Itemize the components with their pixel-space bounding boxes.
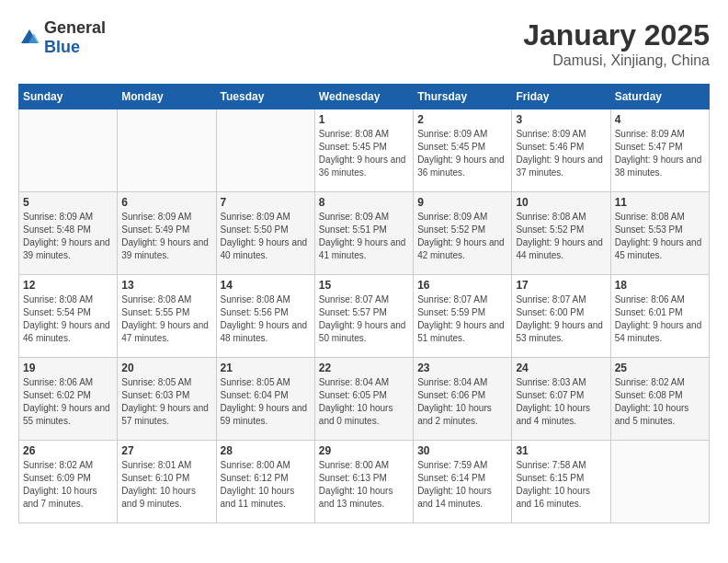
day-info: Sunrise: 8:06 AM Sunset: 6:01 PM Dayligh… xyxy=(615,293,705,345)
calendar-cell: 18Sunrise: 8:06 AM Sunset: 6:01 PM Dayli… xyxy=(610,275,709,358)
calendar-cell: 7Sunrise: 8:09 AM Sunset: 5:50 PM Daylig… xyxy=(216,192,314,275)
calendar-cell: 28Sunrise: 8:00 AM Sunset: 6:12 PM Dayli… xyxy=(216,441,314,523)
calendar-cell: 31Sunrise: 7:58 AM Sunset: 6:15 PM Dayli… xyxy=(512,441,610,523)
day-number: 5 xyxy=(23,196,113,209)
calendar-cell: 26Sunrise: 8:02 AM Sunset: 6:09 PM Dayli… xyxy=(19,441,118,523)
logo-icon xyxy=(18,27,40,49)
calendar-cell: 10Sunrise: 8:08 AM Sunset: 5:52 PM Dayli… xyxy=(512,192,610,275)
calendar-cell xyxy=(610,441,709,523)
calendar-cell xyxy=(19,109,118,192)
day-number: 30 xyxy=(417,444,507,457)
day-number: 13 xyxy=(121,279,211,292)
day-number: 3 xyxy=(516,113,606,126)
calendar-cell: 23Sunrise: 8:04 AM Sunset: 6:06 PM Dayli… xyxy=(414,358,512,441)
day-info: Sunrise: 8:04 AM Sunset: 6:06 PM Dayligh… xyxy=(417,376,507,428)
calendar-cell: 20Sunrise: 8:05 AM Sunset: 6:03 PM Dayli… xyxy=(118,358,216,441)
day-info: Sunrise: 8:05 AM Sunset: 6:03 PM Dayligh… xyxy=(121,376,211,428)
day-number: 31 xyxy=(516,444,606,457)
day-info: Sunrise: 7:58 AM Sunset: 6:15 PM Dayligh… xyxy=(516,459,606,511)
day-number: 25 xyxy=(615,362,705,374)
page-header: General Blue January 2025 Damusi, Xinjia… xyxy=(18,18,710,69)
day-info: Sunrise: 8:07 AM Sunset: 6:00 PM Dayligh… xyxy=(516,293,606,345)
day-number: 6 xyxy=(121,196,211,209)
day-number: 27 xyxy=(121,444,211,457)
calendar-cell: 13Sunrise: 8:08 AM Sunset: 5:55 PM Dayli… xyxy=(118,275,216,358)
day-number: 29 xyxy=(319,444,409,457)
day-number: 15 xyxy=(319,279,409,292)
calendar-cell: 14Sunrise: 8:08 AM Sunset: 5:56 PM Dayli… xyxy=(216,275,314,358)
weekday-header: Thursday xyxy=(414,85,512,109)
calendar-cell: 30Sunrise: 7:59 AM Sunset: 6:14 PM Dayli… xyxy=(414,441,512,523)
weekday-header: Tuesday xyxy=(216,85,314,109)
day-number: 20 xyxy=(121,362,211,374)
calendar-cell: 17Sunrise: 8:07 AM Sunset: 6:00 PM Dayli… xyxy=(512,275,610,358)
calendar-cell: 25Sunrise: 8:02 AM Sunset: 6:08 PM Dayli… xyxy=(610,358,709,441)
day-info: Sunrise: 8:00 AM Sunset: 6:13 PM Dayligh… xyxy=(319,459,409,511)
day-info: Sunrise: 8:04 AM Sunset: 6:05 PM Dayligh… xyxy=(319,376,409,428)
calendar-cell: 19Sunrise: 8:06 AM Sunset: 6:02 PM Dayli… xyxy=(19,358,118,441)
calendar-cell xyxy=(118,109,216,192)
day-info: Sunrise: 8:08 AM Sunset: 5:52 PM Dayligh… xyxy=(516,211,606,262)
calendar-week-row: 26Sunrise: 8:02 AM Sunset: 6:09 PM Dayli… xyxy=(19,441,710,523)
weekday-header: Saturday xyxy=(610,85,709,109)
day-number: 18 xyxy=(615,279,705,292)
day-number: 8 xyxy=(319,196,409,209)
weekday-header: Sunday xyxy=(19,85,118,109)
day-info: Sunrise: 7:59 AM Sunset: 6:14 PM Dayligh… xyxy=(417,459,507,511)
day-info: Sunrise: 8:05 AM Sunset: 6:04 PM Dayligh… xyxy=(221,376,311,428)
day-info: Sunrise: 8:08 AM Sunset: 5:53 PM Dayligh… xyxy=(615,211,705,262)
calendar-cell: 24Sunrise: 8:03 AM Sunset: 6:07 PM Dayli… xyxy=(512,358,610,441)
day-info: Sunrise: 8:06 AM Sunset: 6:02 PM Dayligh… xyxy=(23,376,113,428)
calendar-table: SundayMondayTuesdayWednesdayThursdayFrid… xyxy=(18,84,710,523)
day-number: 21 xyxy=(221,362,311,374)
day-number: 23 xyxy=(417,362,507,374)
calendar-cell: 3Sunrise: 8:09 AM Sunset: 5:46 PM Daylig… xyxy=(512,109,610,192)
day-number: 24 xyxy=(516,362,606,374)
day-info: Sunrise: 8:09 AM Sunset: 5:51 PM Dayligh… xyxy=(319,211,409,262)
calendar-week-row: 12Sunrise: 8:08 AM Sunset: 5:54 PM Dayli… xyxy=(19,275,710,358)
day-number: 22 xyxy=(319,362,409,374)
calendar-cell: 22Sunrise: 8:04 AM Sunset: 6:05 PM Dayli… xyxy=(314,358,413,441)
weekday-header-row: SundayMondayTuesdayWednesdayThursdayFrid… xyxy=(19,85,710,109)
main-title: January 2025 xyxy=(523,18,710,52)
day-info: Sunrise: 8:00 AM Sunset: 6:12 PM Dayligh… xyxy=(221,459,311,511)
day-info: Sunrise: 8:08 AM Sunset: 5:45 PM Dayligh… xyxy=(319,128,409,179)
calendar-cell: 29Sunrise: 8:00 AM Sunset: 6:13 PM Dayli… xyxy=(314,441,413,523)
day-number: 26 xyxy=(23,444,113,457)
day-info: Sunrise: 8:01 AM Sunset: 6:10 PM Dayligh… xyxy=(121,459,211,511)
day-info: Sunrise: 8:08 AM Sunset: 5:55 PM Dayligh… xyxy=(121,293,211,345)
calendar-cell: 6Sunrise: 8:09 AM Sunset: 5:49 PM Daylig… xyxy=(118,192,216,275)
logo-text: General Blue xyxy=(44,18,106,57)
day-info: Sunrise: 8:09 AM Sunset: 5:52 PM Dayligh… xyxy=(417,211,507,262)
calendar-cell xyxy=(216,109,314,192)
day-number: 7 xyxy=(221,196,311,209)
calendar-cell: 4Sunrise: 8:09 AM Sunset: 5:47 PM Daylig… xyxy=(610,109,709,192)
calendar-cell: 21Sunrise: 8:05 AM Sunset: 6:04 PM Dayli… xyxy=(216,358,314,441)
weekday-header: Friday xyxy=(512,85,610,109)
calendar-cell: 8Sunrise: 8:09 AM Sunset: 5:51 PM Daylig… xyxy=(314,192,413,275)
calendar-cell: 12Sunrise: 8:08 AM Sunset: 5:54 PM Dayli… xyxy=(19,275,118,358)
calendar-cell: 27Sunrise: 8:01 AM Sunset: 6:10 PM Dayli… xyxy=(118,441,216,523)
day-info: Sunrise: 8:09 AM Sunset: 5:47 PM Dayligh… xyxy=(615,128,705,179)
day-info: Sunrise: 8:09 AM Sunset: 5:45 PM Dayligh… xyxy=(417,128,507,179)
calendar-week-row: 5Sunrise: 8:09 AM Sunset: 5:48 PM Daylig… xyxy=(19,192,710,275)
calendar-cell: 11Sunrise: 8:08 AM Sunset: 5:53 PM Dayli… xyxy=(610,192,709,275)
day-number: 4 xyxy=(615,113,705,126)
day-info: Sunrise: 8:08 AM Sunset: 5:56 PM Dayligh… xyxy=(221,293,311,345)
day-number: 12 xyxy=(23,279,113,292)
day-info: Sunrise: 8:09 AM Sunset: 5:50 PM Dayligh… xyxy=(221,211,311,262)
day-info: Sunrise: 8:03 AM Sunset: 6:07 PM Dayligh… xyxy=(516,376,606,428)
day-info: Sunrise: 8:09 AM Sunset: 5:48 PM Dayligh… xyxy=(23,211,113,262)
calendar-cell: 5Sunrise: 8:09 AM Sunset: 5:48 PM Daylig… xyxy=(19,192,118,275)
calendar-cell: 1Sunrise: 8:08 AM Sunset: 5:45 PM Daylig… xyxy=(314,109,413,192)
day-info: Sunrise: 8:02 AM Sunset: 6:09 PM Dayligh… xyxy=(23,459,113,511)
day-number: 9 xyxy=(417,196,507,209)
subtitle: Damusi, Xinjiang, China xyxy=(523,52,710,69)
calendar-cell: 9Sunrise: 8:09 AM Sunset: 5:52 PM Daylig… xyxy=(414,192,512,275)
day-info: Sunrise: 8:02 AM Sunset: 6:08 PM Dayligh… xyxy=(615,376,705,428)
day-number: 17 xyxy=(516,279,606,292)
calendar-cell: 15Sunrise: 8:07 AM Sunset: 5:57 PM Dayli… xyxy=(314,275,413,358)
calendar-week-row: 19Sunrise: 8:06 AM Sunset: 6:02 PM Dayli… xyxy=(19,358,710,441)
calendar-week-row: 1Sunrise: 8:08 AM Sunset: 5:45 PM Daylig… xyxy=(19,109,710,192)
calendar-cell: 16Sunrise: 8:07 AM Sunset: 5:59 PM Dayli… xyxy=(414,275,512,358)
